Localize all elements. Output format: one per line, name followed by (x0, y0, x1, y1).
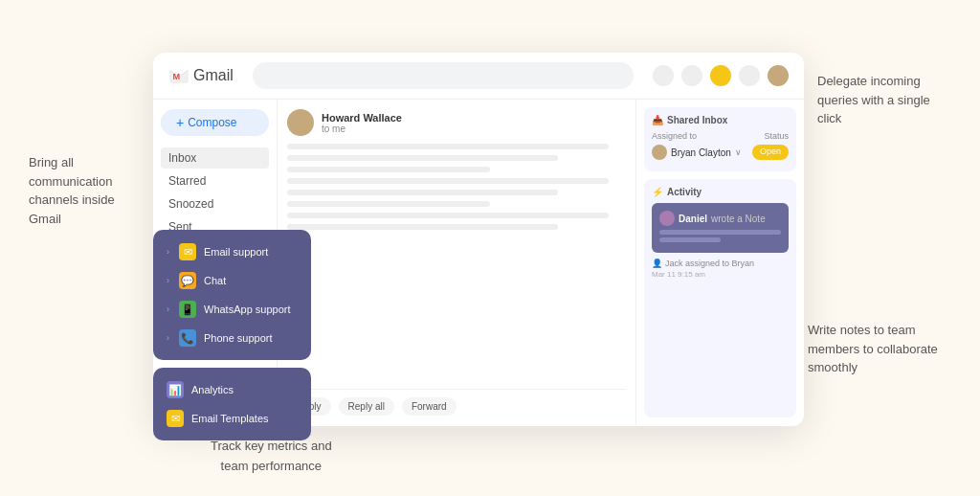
sidebar-starred[interactable]: Starred (161, 170, 269, 192)
left-annotation: Bring all communication channels inside … (29, 153, 134, 228)
assigned-label: Assigned to (652, 131, 697, 141)
email-sender-avatar (287, 109, 314, 136)
email-line (287, 224, 558, 230)
gmail-search-bar[interactable] (253, 62, 634, 89)
chat-item[interactable]: › 💬 Chat (153, 266, 311, 295)
activity-header: ⚡ Activity (652, 187, 789, 197)
note-author: Daniel (679, 214, 707, 224)
assign-text: Jack assigned to Bryan (665, 259, 754, 268)
sidebar-snoozed[interactable]: Snoozed (161, 193, 269, 214)
email-line (287, 167, 490, 172)
gmail-logo-icon: M (168, 65, 189, 86)
note-line (659, 237, 721, 242)
email-sender-info: Howard Wallace to me (322, 112, 402, 134)
email-area: Howard Wallace to me Reply Reply a (278, 100, 636, 425)
note-user: Daniel wrote a Note (659, 211, 781, 226)
note-author-avatar (659, 211, 675, 226)
note-action: wrote a Note (711, 214, 766, 224)
chat-label: Chat (204, 275, 226, 286)
chat-icon: 💬 (179, 272, 196, 289)
assign-icon: 👤 (652, 259, 662, 268)
activity-title: Activity (667, 187, 702, 197)
arrow-icon: › (167, 276, 169, 285)
shared-inbox-title: Shared Inbox (667, 115, 727, 125)
arrow-icon: › (167, 247, 169, 257)
email-subtitle: to me (322, 124, 402, 134)
arrow-icon: › (167, 333, 169, 343)
analytics-label: Analytics (191, 384, 234, 395)
sidebar-inbox[interactable]: Inbox (161, 147, 269, 169)
apps-icon[interactable] (681, 65, 702, 86)
settings-icon[interactable] (653, 65, 674, 86)
assigned-user-row: Bryan Clayton ∨ Open (652, 145, 789, 160)
phone-item[interactable]: › 📞 Phone support (153, 324, 311, 352)
grid-icon[interactable] (739, 65, 760, 86)
email-line (287, 155, 558, 161)
compose-plus-icon: + (176, 115, 184, 130)
analytics-group: 📊 Analytics ✉ Email Templates (153, 368, 311, 440)
gmail-right-panel: 📥 Shared Inbox Assigned to Status Bryan … (636, 100, 804, 425)
email-templates-label: Email Templates (191, 413, 269, 424)
phone-icon: 📞 (179, 329, 196, 347)
right-top-annotation: Delegate incoming queries with a single … (817, 72, 951, 128)
whatsapp-icon: 📱 (179, 301, 196, 318)
shared-inbox-header: 📥 Shared Inbox (652, 115, 789, 125)
status-label: Status (764, 131, 789, 141)
status-badge[interactable]: Open (752, 145, 789, 160)
activity-icon: ⚡ (652, 187, 663, 197)
analytics-item[interactable]: 📊 Analytics (153, 375, 311, 404)
email-sender-name: Howard Wallace (322, 112, 402, 124)
whatsapp-item[interactable]: › 📱 WhatsApp support (153, 295, 311, 324)
assigned-user-avatar (652, 145, 667, 160)
note-line (659, 230, 781, 235)
features-sidebar: › ✉ Email support › 💬 Chat › 📱 WhatsApp … (153, 230, 311, 448)
assigned-user[interactable]: Bryan Clayton ∨ (652, 145, 742, 160)
email-templates-icon: ✉ (167, 410, 184, 427)
right-bottom-annotation: Write notes to team members to collabora… (808, 321, 961, 377)
arrow-icon: › (167, 304, 169, 314)
shared-inbox-card: 📥 Shared Inbox Assigned to Status Bryan … (644, 107, 796, 171)
phone-label: Phone support (204, 332, 273, 344)
gmail-header-icons (653, 65, 789, 86)
email-line (287, 178, 609, 184)
email-line (287, 190, 558, 195)
activity-card: ⚡ Activity Daniel wrote a Note 👤 Jack as… (644, 179, 796, 417)
email-body-lines (287, 144, 626, 389)
shared-inbox-icon: 📥 (652, 115, 663, 125)
activity-assign: 👤 Jack assigned to Bryan (652, 259, 789, 268)
analytics-icon: 📊 (167, 381, 184, 398)
user-avatar[interactable] (768, 65, 789, 86)
assigned-row: Assigned to Status (652, 131, 789, 141)
email-templates-item[interactable]: ✉ Email Templates (153, 404, 311, 433)
activity-date: Mar 11 9:15 am (652, 270, 789, 279)
compose-label: Compose (188, 116, 236, 129)
assigned-user-name: Bryan Clayton (671, 147, 731, 158)
channels-group: › ✉ Email support › 💬 Chat › 📱 WhatsApp … (153, 230, 311, 360)
activity-note: Daniel wrote a Note (652, 203, 789, 253)
gmail-logo-text: Gmail (193, 67, 234, 84)
email-actions: Reply Reply all Forward (287, 389, 626, 416)
email-line (287, 201, 490, 207)
gmail-logo: M Gmail (168, 65, 234, 86)
svg-text:M: M (173, 72, 181, 81)
email-support-item[interactable]: › ✉ Email support (153, 237, 311, 266)
notification-icon[interactable] (710, 65, 731, 86)
whatsapp-label: WhatsApp support (204, 304, 291, 315)
email-line (287, 144, 609, 149)
gmail-header: M Gmail (153, 53, 804, 100)
compose-button[interactable]: + Compose (161, 109, 269, 136)
email-support-icon: ✉ (179, 243, 196, 260)
email-header: Howard Wallace to me (287, 109, 626, 136)
reply-all-button[interactable]: Reply all (339, 397, 394, 416)
forward-button[interactable]: Forward (402, 397, 457, 416)
email-support-label: Email support (204, 246, 268, 258)
email-line (287, 213, 609, 218)
